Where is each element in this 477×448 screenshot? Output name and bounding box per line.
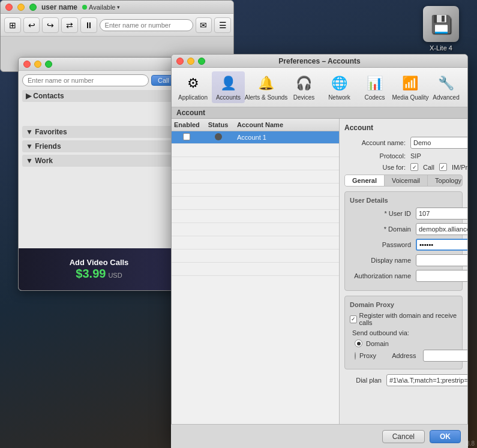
tab-voicemail[interactable]: Voicemail <box>385 175 428 186</box>
proxy-radio[interactable] <box>355 352 356 360</box>
prefs-minimize[interactable] <box>187 58 194 65</box>
password-input[interactable] <box>416 239 467 251</box>
user-id-input[interactable] <box>416 208 467 220</box>
display-name-label: Display name <box>350 257 416 264</box>
contacts-close[interactable] <box>23 61 31 68</box>
table-row-empty-2 <box>172 157 339 170</box>
transfer-button[interactable]: ⇄ <box>61 17 78 33</box>
toolbar-advanced[interactable]: 🔧 Advanced <box>430 71 463 103</box>
contacts-maximize[interactable] <box>45 61 52 68</box>
contacts-minimize[interactable] <box>34 61 41 68</box>
enabled-checkbox[interactable] <box>183 133 190 140</box>
domain-proxy-title: Domain Proxy <box>350 301 457 308</box>
contacts-window: Call ▶ Contacts ▼ Favorites ▼ Friends ▼ … <box>18 57 180 291</box>
proxy-radio-row: Proxy Address <box>355 350 457 362</box>
prefs-close[interactable] <box>176 58 184 65</box>
username-label: user name <box>41 3 77 11</box>
toolbar-codecs[interactable]: 📊 Codecs <box>358 71 391 103</box>
toolbar-devices[interactable]: 🎧 Devices <box>287 71 320 103</box>
dial-plan-row: Dial plan <box>344 374 463 386</box>
call-label: Call <box>423 164 434 171</box>
call-checkbox[interactable]: ✓ <box>410 163 418 171</box>
table-row-empty-10 <box>172 263 339 276</box>
settings-button[interactable]: ☰ <box>214 17 231 33</box>
alerts-sounds-label: Alerts & Sounds <box>245 94 288 101</box>
toolbar-accounts[interactable]: 👤 Accounts <box>212 71 245 103</box>
accounts-icon: 👤 <box>219 74 238 93</box>
toolbar-media-quality[interactable]: 📶 Media Quality <box>394 71 427 103</box>
prefs-maximize[interactable] <box>198 58 205 65</box>
forward-button[interactable]: ↪ <box>42 17 59 33</box>
status-indicator[interactable]: Available ▾ <box>82 4 120 11</box>
toolbar-network[interactable]: 🌐 Network <box>323 71 356 103</box>
contacts-search-input[interactable] <box>22 74 149 86</box>
toolbar-alerts-sounds[interactable]: 🔔 Alerts & Sounds <box>247 71 285 103</box>
close-button[interactable] <box>5 4 13 11</box>
status-dot <box>82 5 87 10</box>
media-quality-label: Media Quality <box>392 94 428 101</box>
domain-input[interactable] <box>416 223 467 235</box>
status-dot <box>215 133 222 140</box>
network-icon: 🌐 <box>329 74 349 93</box>
cancel-button[interactable]: Cancel <box>382 430 425 443</box>
register-checkbox[interactable]: ✓ <box>350 315 357 323</box>
table-row-empty-9 <box>172 249 339 263</box>
desktop-icon: 💾 X-Lite 4 <box>423 6 459 52</box>
im-presence-checkbox[interactable]: ✓ <box>439 163 447 171</box>
account-name-input[interactable] <box>410 137 467 149</box>
prefs-window: Preferences – Accounts ⚙ Application 👤 A… <box>171 54 468 444</box>
send-outbound-label: Send outbound via: <box>352 329 409 336</box>
tab-general[interactable]: General <box>345 175 385 186</box>
proxy-radio-label: Proxy <box>359 352 376 359</box>
contacts-group-work[interactable]: ▼ Work <box>22 155 176 167</box>
row-enabled <box>172 133 202 142</box>
address-input[interactable] <box>423 350 467 362</box>
display-name-input[interactable] <box>416 254 467 266</box>
minimize-button[interactable] <box>17 4 25 11</box>
table-row-empty-7 <box>172 223 339 236</box>
account-detail: Account Account name: Protocol: SIP Use … <box>340 119 467 440</box>
search-input[interactable] <box>100 19 193 31</box>
dial-plan-input[interactable] <box>386 374 467 386</box>
maximize-button[interactable] <box>29 4 37 11</box>
voicemail-button[interactable]: ✉ <box>196 17 212 33</box>
tab-topology[interactable]: Topology <box>428 175 463 186</box>
contacts-group-favorites[interactable]: ▼ Favorites <box>22 126 176 138</box>
domain-proxy-section: Domain Proxy ✓ Register with domain and … <box>344 296 463 369</box>
contacts-group-friends[interactable]: ▼ Friends <box>22 140 176 152</box>
row-name: Account 1 <box>235 133 339 142</box>
table-row-empty-1 <box>172 144 339 157</box>
register-label: Register with domain and receive calls <box>359 312 457 326</box>
password-label: Password <box>350 241 416 248</box>
contacts-group-contacts[interactable]: ▶ Contacts <box>22 90 176 102</box>
dialpad-button[interactable]: ⊞ <box>4 17 21 33</box>
toolbar-application[interactable]: ⚙ Application <box>176 71 209 103</box>
password-row: Password <box>350 239 457 251</box>
prefs-footer: Cancel OK <box>171 424 468 448</box>
dropdown-icon[interactable]: ▾ <box>117 4 120 10</box>
application-icon: ⚙ <box>184 74 203 93</box>
auth-name-label: Authorization name <box>350 272 416 279</box>
ad-title: Add Video Calls <box>70 258 129 267</box>
ad-price: $3.99 <box>76 267 106 281</box>
auth-name-input[interactable] <box>416 270 467 282</box>
application-label: Application <box>178 94 208 101</box>
th-account-name: Account Name <box>235 120 339 130</box>
back-button[interactable]: ↩ <box>23 17 40 33</box>
user-details-title: User Details <box>350 197 457 204</box>
hold-button[interactable]: ⏸ <box>80 17 97 33</box>
protocol-label: Protocol: <box>344 152 410 160</box>
prefs-titlebar: Preferences – Accounts <box>172 55 467 68</box>
app-icon: 💾 <box>423 6 459 42</box>
version-tag: 8.8 <box>464 439 477 448</box>
register-row: ✓ Register with domain and receive calls <box>350 312 457 326</box>
table-row[interactable]: Account 1 <box>172 131 339 144</box>
user-bar: user name Available ▾ <box>1 1 234 14</box>
devices-label: Devices <box>293 94 315 101</box>
row-status <box>202 133 235 142</box>
accounts-label: Accounts <box>216 94 241 101</box>
ok-button[interactable]: OK <box>430 430 461 443</box>
advanced-icon: 🔧 <box>437 74 456 93</box>
domain-radio[interactable] <box>355 339 362 347</box>
im-presence-label: IM/Presence <box>452 164 467 171</box>
